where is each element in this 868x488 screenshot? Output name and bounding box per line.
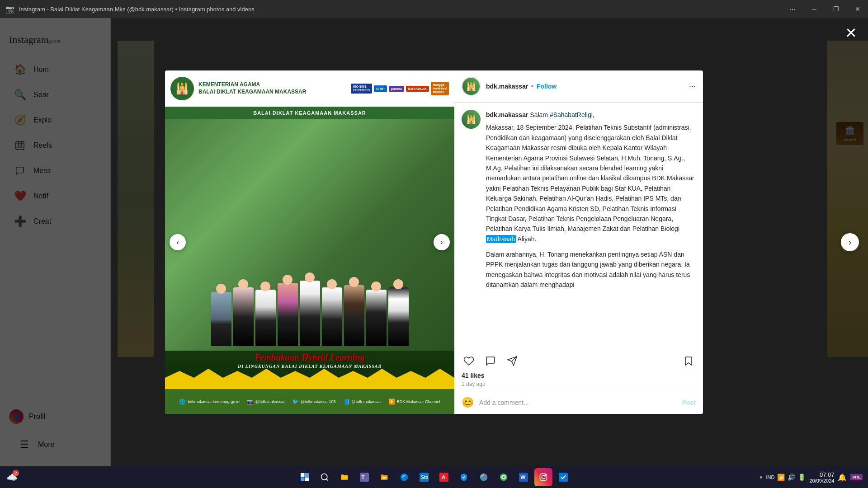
modal-overlay[interactable]: ✕ 🕌 KEMENTERIAN AGAMA BALAI DIKLAT KEAGA… [0, 18, 868, 466]
person-5 [300, 281, 320, 346]
nav-banner: BALAI DIKLAT KEAGAMAAN MAKASSAR [165, 107, 454, 119]
chrome2-button[interactable] [495, 468, 513, 486]
twitter-icon: 🐦 [292, 399, 299, 405]
berakhlak-cert: BerAKHLAK [406, 86, 429, 92]
emoji-button[interactable]: 😊 [462, 397, 474, 408]
taskbar-left: ☁️ 2 [0, 469, 20, 485]
pusaka-cert: pusaka [389, 86, 404, 92]
svg-point-12 [321, 474, 327, 480]
taskbar-center: T Sto A [296, 468, 572, 486]
save-button[interactable] [681, 354, 696, 368]
people-silhouette [211, 281, 409, 351]
youtube-icon: ▶️ [388, 399, 395, 405]
comment-input[interactable] [479, 399, 677, 406]
org-name-text: KEMENTERIAN AGAMA BALAI DIKLAT KEAGAMAAN… [198, 81, 306, 95]
like-button[interactable] [462, 354, 476, 368]
system-tray: ∧ IND 📶 🔊 🔋 [759, 474, 806, 481]
comment-button[interactable] [483, 354, 498, 368]
caption-highlighted-word: Madrasah [486, 235, 516, 243]
person-9 [388, 287, 409, 346]
post-caption-block: 🕌 bdk.makassar Salam #SahabatReligi, Mak… [462, 110, 696, 290]
svg-point-25 [482, 476, 486, 479]
notification-bell[interactable]: 🔔 [838, 473, 847, 482]
post-username[interactable]: bdk.makassar [486, 83, 528, 90]
post-comment-button[interactable]: Post [682, 399, 696, 406]
files-button[interactable] [375, 468, 393, 486]
svg-text:T: T [361, 474, 364, 480]
chrome-button[interactable] [475, 468, 493, 486]
edge-button[interactable] [395, 468, 413, 486]
svg-line-13 [326, 479, 328, 481]
wifi-icon: 📶 [777, 474, 785, 481]
modal-close-button[interactable]: ✕ [843, 25, 859, 41]
org-logo: 🕌 [170, 77, 194, 100]
siap-cert: SIAP [374, 85, 387, 92]
footer-fb-text: @bdk.makassar [352, 399, 381, 404]
person-2 [233, 287, 254, 346]
titlebar-close-button[interactable]: ✕ [847, 0, 868, 18]
caption-username[interactable]: bdk.makassar [486, 111, 528, 118]
taskbar-right: ∧ IND 📶 🔊 🔋 07.07 20/09/2024 🔔 PRE [759, 471, 868, 483]
image-nav-prev[interactable]: ‹ [170, 234, 186, 250]
acrobat-button[interactable]: A [435, 468, 453, 486]
titlebar-minimize-button[interactable]: ─ [804, 0, 825, 18]
time-display[interactable]: 07.07 20/09/2024 [809, 471, 834, 483]
todo-button[interactable] [554, 468, 572, 486]
store-button[interactable]: Sto [415, 468, 433, 486]
teams-button[interactable]: T [355, 468, 373, 486]
titlebar-left: 📷 Instagram - Balai Diklat Keagamaan Mks… [0, 5, 255, 14]
clock-time: 07.07 [809, 471, 834, 478]
person-8 [366, 290, 387, 346]
footer-web-text: bdkmakassar.kemenag.go.id [188, 399, 240, 404]
facebook-icon: 📘 [343, 399, 350, 405]
action-buttons-row [462, 354, 696, 368]
titlebar-maximize-button[interactable]: ❐ [826, 0, 846, 18]
outer-nav-next[interactable]: › [841, 233, 859, 251]
svg-text:Sto: Sto [421, 475, 428, 480]
post-author-avatar: 🕌 [462, 77, 481, 96]
search-taskbar-button[interactable] [316, 468, 334, 486]
cloud-notification[interactable]: ☁️ 2 [4, 469, 20, 485]
svg-rect-10 [301, 478, 305, 482]
word-button[interactable]: W [514, 468, 533, 486]
footer-twitter: 🐦 @bdkmakassar105 [292, 399, 336, 405]
image-nav-next[interactable]: › [434, 234, 450, 250]
post-actions: 41 likes 1 day ago [454, 350, 703, 391]
titlebar: 📷 Instagram - Balai Diklat Keagamaan Mks… [0, 0, 868, 18]
cert-badges: ISO 9001CERTIFIED SIAP pusaka BerAKHLAK … [351, 82, 449, 95]
svg-rect-16 [382, 477, 386, 478]
instagram-taskbar-button[interactable] [534, 468, 552, 486]
org-header-banner: 🕌 KEMENTERIAN AGAMA BALAI DIKLAT KEAGAMA… [165, 70, 454, 107]
post-comments-body[interactable]: 🕌 bdk.makassar Salam #SahabatReligi, Mak… [454, 103, 703, 350]
titlebar-title: Instagram - Balai Diklat Keagamaan Mks (… [19, 6, 255, 13]
post-author-info: bdk.makassar • Follow [486, 82, 557, 90]
caption-hashtag[interactable]: #SahabatReligi, [550, 111, 594, 118]
svg-rect-34 [559, 473, 568, 482]
org-name-line2: BALAI DIKLAT KEAGAMAAN MAKASSAR [198, 89, 306, 96]
file-explorer-button[interactable] [335, 468, 354, 486]
footer-twitter-text: @bdkmakassar105 [301, 399, 336, 404]
svg-point-33 [545, 475, 546, 476]
svg-point-28 [503, 476, 505, 479]
svg-point-18 [401, 474, 408, 481]
svg-text:A: A [442, 474, 446, 480]
post-caption-overlay: Pembukaan Hybrid Learning DI LINGKUNGAN … [165, 352, 454, 369]
pre-badge: PRE [850, 474, 863, 480]
post-image-content: 🕌 KEMENTERIAN AGAMA BALAI DIKLAT KEAGAMA… [165, 70, 454, 414]
post-image-section: 🕌 KEMENTERIAN AGAMA BALAI DIKLAT KEAGAMA… [165, 70, 454, 414]
image-footer-info: 🌐 bdkmakassar.kemenag.go.id 📷 @bdk.makas… [165, 389, 454, 414]
share-button[interactable] [505, 354, 519, 368]
post-modal: 🕌 KEMENTERIAN AGAMA BALAI DIKLAT KEAGAMA… [165, 70, 703, 414]
footer-yt-text: BDK Makassar Channel [397, 399, 440, 404]
caption-author-avatar: 🕌 [462, 110, 481, 129]
post-more-button[interactable]: ··· [689, 82, 696, 91]
windows-start-button[interactable] [296, 468, 314, 486]
caption-sub-text: DI LINGKUNGAN BALAI DIKLAT KEAGAMAAN MAK… [165, 364, 454, 369]
instagram-footer-icon: 📷 [247, 399, 254, 405]
defender-button[interactable] [455, 468, 473, 486]
browser-icon: 📷 [5, 5, 14, 14]
tray-arrow[interactable]: ∧ [759, 474, 763, 480]
follow-button[interactable]: Follow [537, 83, 557, 90]
post-header: 🕌 bdk.makassar • Follow ··· [454, 70, 703, 103]
titlebar-more-button[interactable]: ··· [782, 0, 803, 18]
